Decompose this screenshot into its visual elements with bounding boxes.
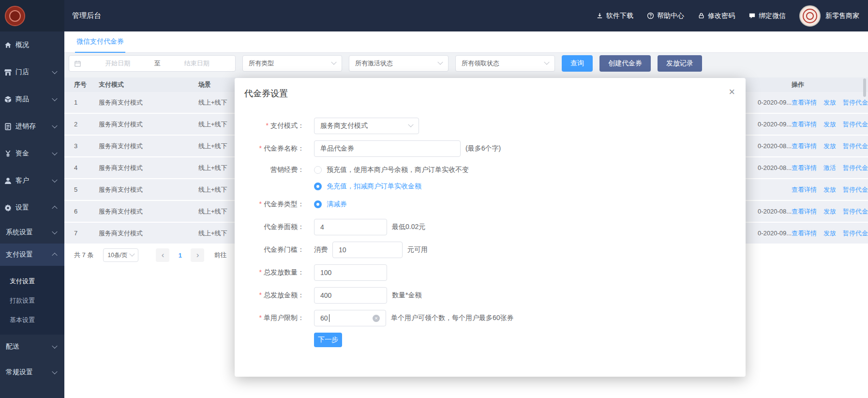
chevron-down-icon xyxy=(52,150,57,155)
box-icon xyxy=(4,95,12,104)
view-detail-link[interactable]: 查看详情 xyxy=(792,142,817,151)
threshold-label: 代金券门槛： xyxy=(244,245,304,254)
account-menu[interactable]: 新零售商家 xyxy=(799,5,859,27)
pause-voucher-link[interactable]: 暂停代金券 xyxy=(843,185,868,194)
face-value-input[interactable]: 4 xyxy=(314,219,387,235)
next-page-button[interactable]: › xyxy=(191,248,204,262)
pause-voucher-link[interactable]: 暂停代金券 xyxy=(843,142,868,151)
help-center-link[interactable]: 帮助中心 xyxy=(647,12,684,20)
next-step-button[interactable]: 下一步 xyxy=(314,333,342,347)
page-number[interactable]: 1 xyxy=(175,252,185,259)
face-value-label: 代金券面额： xyxy=(244,223,304,231)
bind-wechat-link[interactable]: 绑定微信 xyxy=(748,12,786,20)
tab-wechat-pay-voucher[interactable]: 微信支付代金券 xyxy=(75,37,125,53)
sidebar-item-basic-settings[interactable]: 基本设置 xyxy=(0,310,64,330)
pay-mode-select[interactable]: 服务商支付模式 xyxy=(314,118,419,134)
active-status-filter-select[interactable]: 所有激活状态 xyxy=(349,55,449,72)
sidebar-item-payment-settings[interactable]: 支付设置 xyxy=(0,272,64,291)
help-center-label: 帮助中心 xyxy=(657,12,684,20)
free-charge-radio-label[interactable]: 免充值，扣减商户订单实收金额 xyxy=(327,182,421,191)
chevron-down-icon xyxy=(52,343,57,349)
sidebar-item-settings[interactable]: 设置 xyxy=(0,194,64,221)
sidebar-item-funds[interactable]: 资金 xyxy=(0,140,64,167)
voucher-name-input[interactable]: 单品代金券 xyxy=(314,140,461,157)
sidebar-item-system-settings[interactable]: 系统设置 xyxy=(0,221,64,244)
issue-link[interactable]: 发放 xyxy=(823,185,836,194)
query-button[interactable]: 查询 xyxy=(562,55,593,72)
chevron-up-icon xyxy=(52,253,57,258)
total-amount-label: 总发放金额： xyxy=(244,291,304,300)
date-cell: 0-2020-09... xyxy=(758,223,792,244)
issue-link[interactable]: 发放 xyxy=(823,120,836,129)
pause-voucher-link[interactable]: 暂停代金券 xyxy=(843,207,868,216)
chat-icon xyxy=(748,12,756,19)
sidebar-item-payout-settings[interactable]: 打款设置 xyxy=(0,291,64,310)
prev-page-button[interactable]: ‹ xyxy=(156,248,169,262)
view-detail-link[interactable]: 查看详情 xyxy=(792,120,817,129)
software-download-link[interactable]: 软件下载 xyxy=(596,12,633,20)
sidebar-item-products[interactable]: 商品 xyxy=(0,86,64,113)
budget-row: 营销经费： 预充值，使用本商户号余额，商户订单实收不变 xyxy=(244,163,736,177)
view-detail-link[interactable]: 查看详情 xyxy=(792,229,817,238)
issue-link[interactable]: 发放 xyxy=(823,142,836,151)
sidebar-item-overview[interactable]: 概况 xyxy=(0,31,64,59)
prepaid-radio[interactable] xyxy=(314,166,322,174)
issue-records-button[interactable]: 发放记录 xyxy=(658,55,702,72)
issue-link[interactable]: 发放 xyxy=(823,229,836,238)
horizontal-scrollbar-thumb[interactable] xyxy=(863,78,866,97)
activate-link[interactable]: 激活 xyxy=(823,164,836,172)
chevron-down-icon xyxy=(408,122,413,127)
dialog-title: 代金券设置 xyxy=(244,88,736,99)
avatar xyxy=(799,5,821,27)
total-amount-row: 总发放金额： 400 数量*金额 xyxy=(244,287,736,304)
create-voucher-button[interactable]: 创建代金券 xyxy=(599,55,651,72)
view-detail-link[interactable]: 查看详情 xyxy=(792,185,817,194)
sidebar-item-stores[interactable]: 门店 xyxy=(0,59,64,86)
claim-status-filter-select[interactable]: 所有领取状态 xyxy=(455,55,555,72)
user-limit-input[interactable]: 60 × xyxy=(314,310,386,326)
date-cell: 0-2020-09... xyxy=(758,114,792,135)
pause-voucher-link[interactable]: 暂停代金券 xyxy=(843,120,868,129)
issue-link[interactable]: 发放 xyxy=(823,98,836,107)
change-password-link[interactable]: 修改密码 xyxy=(698,12,735,20)
view-detail-link[interactable]: 查看详情 xyxy=(792,98,817,107)
prepaid-radio-label[interactable]: 预充值，使用本商户号余额，商户订单实收不变 xyxy=(327,166,469,174)
voucher-name-hint: (最多6个字) xyxy=(465,144,501,153)
store-icon xyxy=(4,68,12,77)
user-limit-label: 单用户限制： xyxy=(244,314,304,322)
sidebar-item-payment-settings-group[interactable]: 支付设置 xyxy=(0,244,64,266)
pause-voucher-link[interactable]: 暂停代金券 xyxy=(843,229,868,238)
threshold-input[interactable]: 10 xyxy=(332,242,403,258)
total-count-input[interactable]: 100 xyxy=(314,264,387,281)
view-detail-link[interactable]: 查看详情 xyxy=(792,207,817,216)
chevron-down-icon xyxy=(331,60,336,65)
total-count-label: 总发放数量： xyxy=(244,268,304,277)
issue-link[interactable]: 发放 xyxy=(823,207,836,216)
date-range-picker[interactable]: 开始日期 至 结束日期 xyxy=(69,55,236,72)
sidebar-item-customers[interactable]: 客户 xyxy=(0,167,64,194)
sidebar-item-general-settings[interactable]: 常规设置 xyxy=(0,359,64,386)
page-size-select[interactable]: 10条/页 xyxy=(103,248,138,262)
goto-label: 前往 xyxy=(214,251,226,260)
voucher-name-row: 代金券名称： 单品代金券 (最多6个字) xyxy=(244,140,736,157)
col-scene: 场景 xyxy=(198,77,211,92)
free-charge-radio[interactable] xyxy=(314,183,322,190)
clear-input-icon[interactable]: × xyxy=(373,315,380,322)
close-icon[interactable]: × xyxy=(729,87,735,97)
text-cursor xyxy=(329,314,329,322)
view-detail-link[interactable]: 查看详情 xyxy=(792,164,817,172)
sidebar-item-delivery[interactable]: 配送 xyxy=(0,335,64,359)
pause-voucher-link[interactable]: 暂停代金券 xyxy=(843,164,868,172)
bind-wechat-label: 绑定微信 xyxy=(759,12,786,20)
sidebar-item-inventory[interactable]: 进销存 xyxy=(0,113,64,140)
total-amount-input[interactable]: 400 xyxy=(314,287,387,304)
type-filter-select[interactable]: 所有类型 xyxy=(242,55,342,72)
col-pay-mode: 支付模式 xyxy=(99,77,124,92)
pause-voucher-link[interactable]: 暂停代金券 xyxy=(843,98,868,107)
full-reduction-radio-label[interactable]: 满减券 xyxy=(327,200,347,209)
budget-label: 营销经费： xyxy=(244,166,304,174)
face-value-hint: 最低0.02元 xyxy=(392,223,425,231)
full-reduction-radio[interactable] xyxy=(314,200,322,208)
brand-seal-icon xyxy=(5,6,25,26)
pager-buttons: ‹ 1 › xyxy=(156,248,204,262)
